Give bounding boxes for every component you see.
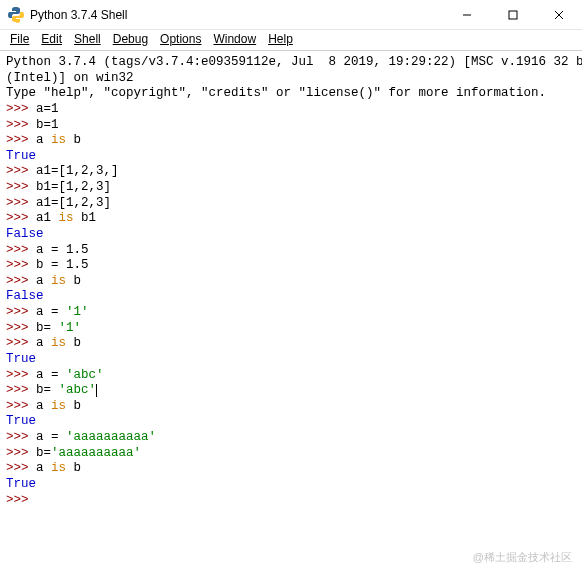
minimize-button[interactable] xyxy=(444,0,490,30)
code: a xyxy=(36,336,51,350)
output: False xyxy=(6,289,44,303)
prompt: >>> xyxy=(6,430,36,444)
keyword-is: is xyxy=(51,274,66,288)
code: a xyxy=(36,461,51,475)
menu-file[interactable]: File xyxy=(10,32,29,46)
string-literal: 'aaaaaaaaaa' xyxy=(51,446,141,460)
close-button[interactable] xyxy=(536,0,582,30)
prompt: >>> xyxy=(6,102,36,116)
code: b xyxy=(66,461,81,475)
output: True xyxy=(6,414,36,428)
code: a1=[1,2,3,] xyxy=(36,164,119,178)
code: b xyxy=(66,399,81,413)
keyword-is: is xyxy=(51,336,66,350)
titlebar: Python 3.7.4 Shell xyxy=(0,0,582,30)
prompt: >>> xyxy=(6,493,36,507)
code: b=1 xyxy=(36,118,59,132)
banner-line: Type "help", "copyright", "credits" or "… xyxy=(6,86,546,100)
svg-rect-1 xyxy=(509,11,517,19)
prompt: >>> xyxy=(6,133,36,147)
banner-line: (Intel)] on win32 xyxy=(6,71,134,85)
output: False xyxy=(6,227,44,241)
code: b xyxy=(66,336,81,350)
keyword-is: is xyxy=(51,133,66,147)
code: b1 xyxy=(74,211,97,225)
code: a = 1.5 xyxy=(36,243,89,257)
string-literal: '1' xyxy=(59,321,82,335)
menu-shell[interactable]: Shell xyxy=(74,32,101,46)
code: b xyxy=(66,133,81,147)
maximize-button[interactable] xyxy=(490,0,536,30)
prompt: >>> xyxy=(6,305,36,319)
prompt: >>> xyxy=(6,180,36,194)
window-title: Python 3.7.4 Shell xyxy=(30,8,444,22)
code: a=1 xyxy=(36,102,59,116)
menu-edit[interactable]: Edit xyxy=(41,32,62,46)
string-literal: 'aaaaaaaaaa' xyxy=(66,430,156,444)
prompt: >>> xyxy=(6,461,36,475)
string-literal: '1' xyxy=(66,305,89,319)
menu-debug[interactable]: Debug xyxy=(113,32,148,46)
prompt: >>> xyxy=(6,368,36,382)
prompt: >>> xyxy=(6,196,36,210)
code: b1=[1,2,3] xyxy=(36,180,111,194)
prompt: >>> xyxy=(6,321,36,335)
code: a xyxy=(36,133,51,147)
prompt: >>> xyxy=(6,258,36,272)
keyword-is: is xyxy=(51,399,66,413)
code: b= xyxy=(36,446,51,460)
prompt: >>> xyxy=(6,383,36,397)
code: a1 xyxy=(36,211,59,225)
output: True xyxy=(6,477,36,491)
prompt: >>> xyxy=(6,274,36,288)
code: a1=[1,2,3] xyxy=(36,196,111,210)
keyword-is: is xyxy=(51,461,66,475)
text-cursor xyxy=(96,384,97,397)
output: True xyxy=(6,352,36,366)
keyword-is: is xyxy=(59,211,74,225)
prompt: >>> xyxy=(6,118,36,132)
prompt: >>> xyxy=(6,243,36,257)
shell-text-area[interactable]: Python 3.7.4 (tags/v3.7.4:e09359112e, Ju… xyxy=(0,51,582,570)
string-literal: 'abc' xyxy=(66,368,104,382)
watermark: @稀土掘金技术社区 xyxy=(473,550,572,565)
code: b= xyxy=(36,383,59,397)
menu-options[interactable]: Options xyxy=(160,32,201,46)
python-icon xyxy=(8,7,24,23)
menu-help[interactable]: Help xyxy=(268,32,293,46)
string-literal: 'abc' xyxy=(59,383,97,397)
code: a xyxy=(36,399,51,413)
output: True xyxy=(6,149,36,163)
code: b= xyxy=(36,321,59,335)
prompt: >>> xyxy=(6,211,36,225)
menubar: File Edit Shell Debug Options Window Hel… xyxy=(0,30,582,51)
window-controls xyxy=(444,0,582,30)
prompt: >>> xyxy=(6,164,36,178)
menu-window[interactable]: Window xyxy=(213,32,256,46)
code: a = xyxy=(36,368,66,382)
code: b = 1.5 xyxy=(36,258,89,272)
code: a = xyxy=(36,430,66,444)
code: a xyxy=(36,274,51,288)
code: a = xyxy=(36,305,66,319)
banner-line: Python 3.7.4 (tags/v3.7.4:e09359112e, Ju… xyxy=(6,55,582,69)
prompt: >>> xyxy=(6,399,36,413)
prompt: >>> xyxy=(6,336,36,350)
prompt: >>> xyxy=(6,446,36,460)
code: b xyxy=(66,274,81,288)
